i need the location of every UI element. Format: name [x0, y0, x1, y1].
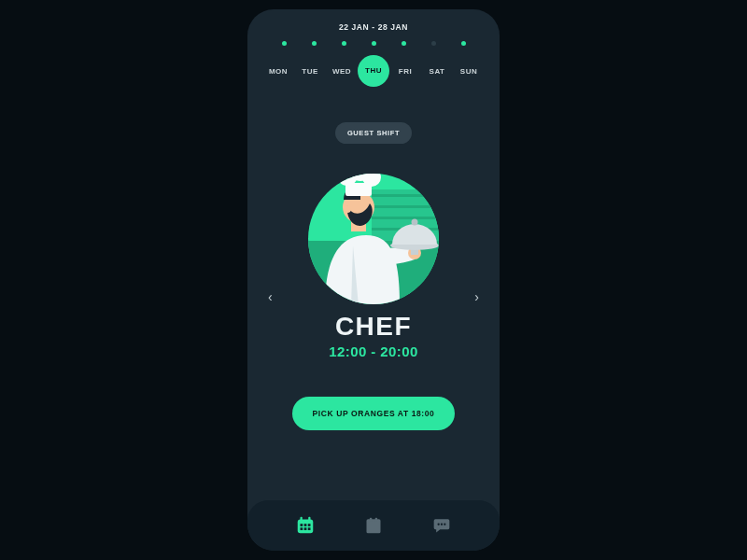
day-dot: [372, 41, 376, 46]
svg-rect-27: [308, 527, 311, 530]
date-range: 22 JAN - 28 JAN: [247, 22, 500, 32]
chat-icon: [431, 516, 452, 535]
day-fri[interactable]: FRI: [392, 67, 418, 76]
task-cta-button[interactable]: PICK UP ORANGES AT 18:00: [292, 397, 456, 430]
day-indicator-row: [247, 41, 500, 46]
svg-point-14: [344, 205, 351, 213]
day-dot: [282, 41, 287, 46]
svg-rect-5: [372, 217, 446, 219]
day-mon[interactable]: MON: [265, 67, 291, 76]
day-wed[interactable]: WED: [329, 67, 355, 76]
svg-rect-22: [301, 524, 303, 526]
svg-rect-4: [372, 205, 446, 208]
list-icon: [364, 516, 383, 535]
day-dot: [402, 41, 406, 46]
header: 22 JAN - 28 JAN MON TUE WED THU FRI SAT …: [247, 9, 500, 92]
svg-rect-28: [370, 518, 373, 522]
day-thu[interactable]: THU: [358, 55, 389, 87]
days-row: MON TUE WED THU FRI SAT SUN: [247, 55, 500, 87]
svg-rect-29: [375, 518, 378, 522]
svg-point-31: [440, 524, 442, 525]
day-sat[interactable]: SAT: [424, 67, 450, 76]
nav-list[interactable]: [361, 513, 386, 538]
day-sun[interactable]: SUN: [456, 67, 482, 76]
nav-chat[interactable]: [430, 513, 454, 538]
svg-rect-20: [301, 517, 303, 522]
day-tue[interactable]: TUE: [297, 67, 323, 76]
next-arrow-icon[interactable]: ›: [474, 289, 479, 304]
svg-rect-26: [304, 527, 307, 530]
shift-type-badge: GUEST SHIFT: [335, 122, 412, 144]
role-time: 12:00 - 20:00: [329, 343, 417, 359]
bottom-nav: [247, 500, 500, 551]
app-screen: 22 JAN - 28 JAN MON TUE WED THU FRI SAT …: [247, 9, 500, 551]
svg-point-18: [362, 168, 381, 187]
day-dot: [342, 41, 346, 46]
svg-point-32: [444, 524, 445, 525]
day-dot: [461, 41, 466, 46]
svg-rect-25: [301, 527, 303, 530]
nav-calendar[interactable]: [293, 513, 317, 538]
calendar-icon: [295, 515, 316, 536]
svg-point-16: [337, 165, 358, 186]
svg-point-30: [437, 524, 439, 525]
chef-illustration: [299, 157, 448, 306]
day-dot: [431, 41, 436, 46]
role-title: CHEF: [335, 312, 412, 342]
svg-rect-3: [372, 194, 446, 197]
svg-rect-21: [309, 517, 311, 522]
shift-content: GUEST SHIFT ‹ ›: [247, 92, 500, 500]
day-dot: [312, 41, 317, 46]
svg-rect-24: [308, 524, 311, 526]
prev-arrow-icon[interactable]: ‹: [268, 289, 273, 304]
svg-point-11: [412, 219, 418, 226]
svg-rect-23: [304, 524, 307, 526]
